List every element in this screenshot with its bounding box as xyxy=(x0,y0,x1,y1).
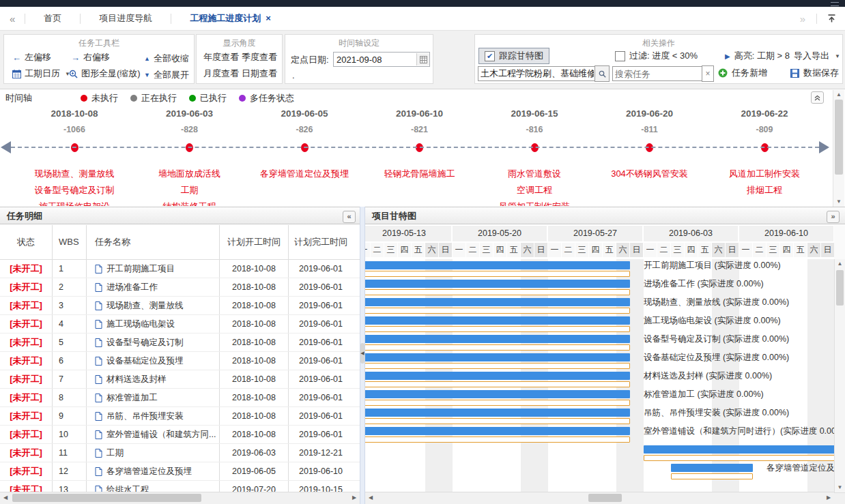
view-quarter-button[interactable]: 季度查看 xyxy=(242,51,277,63)
timeline-task-label[interactable]: 现场勘查、测量放线 xyxy=(35,166,115,182)
import-export-menu[interactable]: 导入导出 ▼ xyxy=(794,50,840,62)
add-task-button[interactable]: 任务新增 xyxy=(718,67,767,79)
project-search-button[interactable] xyxy=(595,65,610,82)
task-table-hscrollbar[interactable]: ◀ ▶ xyxy=(0,492,360,504)
project-name-input[interactable] xyxy=(478,66,597,81)
gantt-bar-actual[interactable] xyxy=(365,308,630,314)
date-picker-button[interactable] xyxy=(416,53,429,65)
task-name-cell[interactable]: 各穿墙管道定位及预埋 xyxy=(87,462,220,480)
timeline-task-label[interactable]: 设备型号确定及订制 xyxy=(35,182,115,198)
column-header-start[interactable]: 计划开工时间 xyxy=(220,225,289,259)
task-name-cell[interactable]: 施工现场临电架设 xyxy=(87,315,220,333)
timeline-task-label[interactable]: 空调工程 xyxy=(499,182,570,198)
checkbox-checked-icon[interactable]: ✔ xyxy=(485,51,495,61)
timeline-task-label[interactable]: 墙地面放成活线 xyxy=(158,166,220,182)
gantt-bar-planned[interactable] xyxy=(365,353,630,361)
gantt-bar-actual[interactable] xyxy=(644,455,834,461)
tabs-collapse-icon[interactable]: « xyxy=(10,13,15,25)
scrollbar-thumb[interactable] xyxy=(835,100,843,175)
tab-construction-schedule[interactable]: 工程施工进度计划× xyxy=(171,12,289,25)
task-name-cell[interactable]: 开工前期施工项目 xyxy=(87,260,220,278)
save-data-button[interactable]: 数据保存 xyxy=(790,67,839,79)
fit-zoom-button[interactable]: 图形全显(缩放) xyxy=(69,68,141,80)
fixed-date-input[interactable] xyxy=(334,55,416,65)
scrollbar-thumb[interactable] xyxy=(588,494,622,502)
timeline-task-label[interactable]: 雨水管道敷设 xyxy=(499,166,570,182)
view-year-button[interactable]: 年度查看 xyxy=(203,51,239,63)
tabs-overflow-icon[interactable]: » xyxy=(800,13,804,25)
tab-close-icon[interactable]: × xyxy=(266,13,271,23)
table-row[interactable]: [未开工]8标准管道加工2018-10-082019-06-01 xyxy=(0,389,360,407)
gantt-vscrollbar[interactable]: ▲ ▼ xyxy=(834,259,845,492)
column-header-status[interactable]: 状态 xyxy=(0,225,53,259)
gantt-bar-actual[interactable] xyxy=(365,326,630,332)
gantt-bar-planned[interactable] xyxy=(365,372,630,380)
gantt-bar-actual[interactable] xyxy=(671,473,753,479)
table-row[interactable]: [未开工]12各穿墙管道定位及预埋2019-06-052019-06-10 xyxy=(0,462,360,481)
shift-left-button[interactable]: ←左偏移 xyxy=(12,51,51,63)
timeline-scrollbar[interactable]: ▲ ▼ xyxy=(833,90,844,207)
fixed-date-field[interactable] xyxy=(333,52,430,67)
gantt-bar-actual[interactable] xyxy=(365,436,630,443)
filter-progress-toggle[interactable]: 过滤: 进度 < 30% xyxy=(615,50,698,62)
schedule-calendar-button[interactable]: 工期日历▼ xyxy=(12,68,70,80)
splitter-handle[interactable]: ◀ xyxy=(360,343,364,364)
table-row[interactable]: [未开工]5设备型号确定及订制2018-10-082019-06-01 xyxy=(0,333,360,352)
gantt-bar-planned[interactable] xyxy=(365,427,630,435)
column-header-name[interactable]: 任务名称 xyxy=(87,225,220,259)
view-month-button[interactable]: 月度查看 xyxy=(203,68,239,80)
gantt-bar-planned[interactable] xyxy=(365,298,630,306)
checkbox-empty-icon[interactable] xyxy=(615,51,625,61)
expand-all-button[interactable]: ▼全部展开 xyxy=(144,69,189,81)
task-name-cell[interactable]: 设备基础定位及预埋 xyxy=(87,352,220,370)
timeline-task-label[interactable]: 304不锈钢风管安装 xyxy=(611,166,688,182)
gantt-bar-actual[interactable] xyxy=(365,344,630,351)
panel-splitter[interactable]: ◀ xyxy=(360,207,365,504)
gantt-bar-planned[interactable] xyxy=(671,464,753,472)
task-name-cell[interactable]: 材料送选及封样 xyxy=(87,370,220,388)
tab-home[interactable]: 首页 xyxy=(25,12,80,25)
table-row[interactable]: [未开工]2进场准备工作2018-10-082019-06-01 xyxy=(0,278,360,297)
timeline-task-label[interactable]: 风道加工制作安装 xyxy=(729,166,800,182)
scrollbar-thumb[interactable] xyxy=(836,270,844,306)
timeline-task-label[interactable]: 工期 xyxy=(158,182,220,198)
scroll-down-icon[interactable]: ▼ xyxy=(835,484,845,492)
timeline-task-label[interactable]: 各穿墙管道定位及预埋 xyxy=(260,166,349,182)
table-row[interactable]: [未开工]11工期2019-06-032019-12-21 xyxy=(0,444,360,462)
table-row[interactable]: [未开工]13给排水工程2019-07-202019-10-15 xyxy=(0,481,360,492)
task-name-cell[interactable]: 室外管道铺设（和建筑方同... xyxy=(87,426,220,443)
scroll-right-icon[interactable]: ▶ xyxy=(823,492,834,503)
collapse-all-button[interactable]: ▲全部收缩 xyxy=(144,53,189,65)
scroll-down-icon[interactable]: ▼ xyxy=(833,198,844,206)
gantt-bar-actual[interactable] xyxy=(365,381,630,387)
gantt-bar-actual[interactable] xyxy=(365,271,630,277)
timeline-task-label[interactable]: 风管加工制作安装 xyxy=(499,198,570,206)
timeline-task-label[interactable]: 结构装修工程 xyxy=(158,198,220,206)
search-task-input[interactable] xyxy=(612,66,704,81)
timeline-task-label[interactable]: 排烟工程 xyxy=(729,182,800,198)
task-name-cell[interactable]: 现场勘查、测量放线 xyxy=(87,297,220,314)
timeline-task-label[interactable]: 施工现场临电架设 xyxy=(35,198,115,206)
task-name-cell[interactable]: 设备型号确定及订制 xyxy=(87,333,220,351)
highlight-duration-button[interactable]: ▶ 高亮: 工期 > 8 xyxy=(725,50,790,62)
clear-search-button[interactable]: × xyxy=(702,65,714,82)
gantt-bar-actual[interactable] xyxy=(365,363,630,369)
hamburger-icon[interactable] xyxy=(831,2,839,6)
gantt-bar-planned[interactable] xyxy=(365,316,630,325)
gantt-bar-planned[interactable] xyxy=(365,335,630,343)
table-row[interactable]: [未开工]6设备基础定位及预埋2018-10-082019-06-01 xyxy=(0,352,360,370)
column-header-wbs[interactable]: WBS xyxy=(53,225,87,259)
track-gantt-toggle[interactable]: ✔ 跟踪甘特图 xyxy=(478,48,549,64)
gantt-bar-planned[interactable] xyxy=(365,280,630,288)
gantt-bar-planned[interactable] xyxy=(365,390,630,398)
task-name-cell[interactable]: 吊筋、吊件预埋安装 xyxy=(87,407,220,425)
gantt-hscrollbar[interactable]: ◀ ▶ xyxy=(365,492,834,504)
table-row[interactable]: [未开工]3现场勘查、测量放线2018-10-082019-06-01 xyxy=(0,297,360,315)
collapse-left-panel-button[interactable]: « xyxy=(343,211,356,223)
timeline-collapse-button[interactable] xyxy=(811,91,824,104)
task-name-cell[interactable]: 标准管道加工 xyxy=(87,389,220,406)
task-name-cell[interactable]: 工期 xyxy=(87,444,220,462)
timeline-task-label[interactable]: 轻钢龙骨隔墙施工 xyxy=(384,166,455,182)
table-row[interactable]: [未开工]7材料送选及封样2018-10-082019-06-01 xyxy=(0,370,360,389)
scroll-right-icon[interactable]: ▶ xyxy=(349,492,360,503)
